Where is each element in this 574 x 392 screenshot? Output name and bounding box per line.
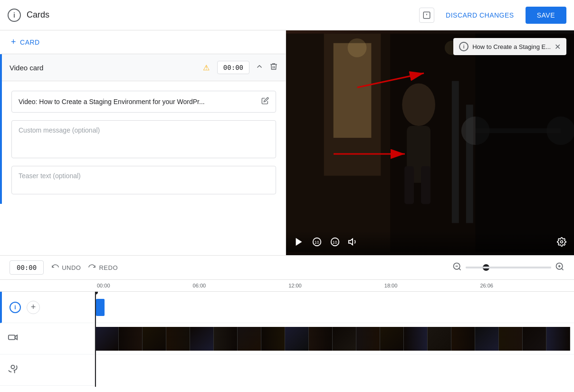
ruler-mark-0: 00:00 (95, 283, 191, 288)
cards-track-sidebar: i + (0, 292, 95, 323)
svg-point-39 (11, 365, 14, 369)
svg-rect-10 (421, 166, 430, 204)
header-right: DISCARD CHANGES SAVE (419, 7, 566, 24)
film-cell (475, 327, 499, 351)
svg-rect-16 (476, 34, 574, 252)
save-button[interactable]: SAVE (526, 7, 566, 24)
film-cell (190, 327, 214, 351)
video-card-title: Video card (10, 64, 195, 72)
undo-button[interactable]: UNDO (51, 263, 81, 272)
timeline-ruler: 00:00 06:00 12:00 18:00 26:06 (0, 280, 574, 292)
discard-changes-button[interactable]: DISCARD CHANGES (440, 8, 520, 23)
film-cell (166, 327, 190, 351)
svg-rect-11 (452, 81, 459, 223)
film-cell (380, 327, 404, 351)
film-cell (499, 327, 523, 351)
left-panel-upper: + CARD Video card ⚠ 00:00 (0, 30, 286, 255)
film-cell (285, 327, 309, 351)
custom-message-placeholder: Custom message (optional) (19, 126, 100, 134)
film-cell (261, 327, 285, 351)
gym-scene-background (286, 30, 574, 255)
film-cell (428, 327, 451, 351)
card-content: Video: How to Create a Staging Environme… (2, 81, 286, 204)
film-cell (119, 327, 143, 351)
redo-icon (88, 263, 96, 272)
track-content-inner (95, 292, 574, 387)
main-container: + CARD Video card ⚠ 00:00 (0, 30, 574, 255)
info-card-close-icon[interactable]: ✕ (555, 42, 561, 51)
left-panel: + CARD Video card ⚠ 00:00 (0, 30, 286, 255)
rewind-icon[interactable]: 10 (312, 237, 322, 249)
video-card-header: Video card ⚠ 00:00 (2, 54, 286, 81)
svg-text:10: 10 (315, 240, 319, 245)
svg-rect-9 (404, 166, 414, 204)
forward-icon[interactable]: 10 (330, 237, 340, 249)
add-card-track-icon[interactable]: + (27, 301, 40, 314)
video-track-content (95, 323, 574, 354)
svg-marker-23 (296, 238, 302, 246)
zoom-slider[interactable] (466, 267, 551, 268)
info-card-overlay-text: How to Create a Staging E... (472, 43, 551, 50)
cards-info-icon[interactable]: i (10, 302, 21, 313)
teaser-text-field[interactable]: Teaser text (optional) (11, 166, 276, 194)
film-cell (143, 327, 166, 351)
film-cell (523, 327, 546, 351)
ruler-marks: 00:00 06:00 12:00 18:00 26:06 (95, 283, 574, 288)
film-cell (451, 327, 475, 351)
add-card-bar: + CARD (0, 30, 286, 54)
alert-icon[interactable] (419, 8, 434, 23)
video-title-input[interactable]: Video: How to Create a Staging Environme… (11, 91, 276, 113)
film-cell (95, 327, 119, 351)
video-title-text: Video: How to Create a Staging Environme… (19, 98, 261, 105)
zoom-in-icon[interactable] (555, 262, 564, 274)
film-cell (309, 327, 333, 351)
plus-icon: + (11, 37, 16, 47)
svg-rect-37 (9, 335, 15, 339)
undo-label: UNDO (62, 264, 81, 271)
trash-icon[interactable] (269, 62, 278, 73)
video-controls: 10 10 (286, 231, 574, 255)
add-card-button[interactable]: + CARD (11, 37, 40, 47)
svg-text:10: 10 (333, 240, 337, 245)
page-title: Cards (27, 10, 49, 20)
teaser-placeholder: Teaser text (optional) (19, 172, 81, 180)
redo-button[interactable]: REDO (88, 263, 118, 272)
time-badge[interactable]: 00:00 (217, 61, 249, 74)
svg-marker-38 (15, 335, 18, 339)
audio-track-content (95, 354, 574, 386)
time-display[interactable]: 00:00 (10, 260, 44, 275)
zoom-out-icon[interactable] (452, 262, 462, 274)
warning-icon: ⚠ (201, 62, 211, 73)
playhead[interactable] (95, 292, 96, 387)
right-panel: i How to Create a Staging E... ✕ (286, 30, 574, 255)
volume-icon[interactable] (348, 237, 358, 249)
play-icon[interactable] (294, 237, 304, 249)
video-track-sidebar (0, 323, 95, 354)
edit-icon[interactable] (261, 97, 269, 106)
ruler-mark-3: 18:00 (383, 283, 478, 288)
timeline-controls: 00:00 UNDO REDO (0, 256, 574, 280)
svg-point-7 (402, 83, 435, 126)
ruler-mark-1: 06:00 (191, 283, 287, 288)
svg-rect-6 (334, 43, 372, 138)
film-cell (546, 327, 570, 351)
add-card-label: CARD (20, 38, 40, 46)
track-content (95, 292, 574, 387)
film-cell (214, 327, 238, 351)
header: i Cards DISCARD CHANGES SAVE (0, 0, 574, 30)
chevron-up-icon[interactable] (255, 62, 264, 73)
info-card-overlay-icon: i (459, 42, 469, 51)
timeline-tracks: i + (0, 292, 574, 387)
custom-message-field[interactable]: Custom message (optional) (11, 120, 276, 158)
film-cell (333, 327, 356, 351)
audio-track-icon (8, 363, 18, 376)
bottom-section: 00:00 UNDO REDO (0, 255, 574, 392)
video-track-icon (8, 332, 18, 345)
redo-label: REDO (99, 264, 118, 271)
ruler-mark-2: 12:00 (287, 283, 383, 288)
card-marker[interactable] (96, 299, 105, 316)
settings-icon[interactable] (557, 237, 566, 249)
video-card-section: Video card ⚠ 00:00 (0, 54, 286, 204)
header-left: i Cards (8, 9, 49, 22)
info-card-overlay: i How to Create a Staging E... ✕ (453, 38, 566, 55)
